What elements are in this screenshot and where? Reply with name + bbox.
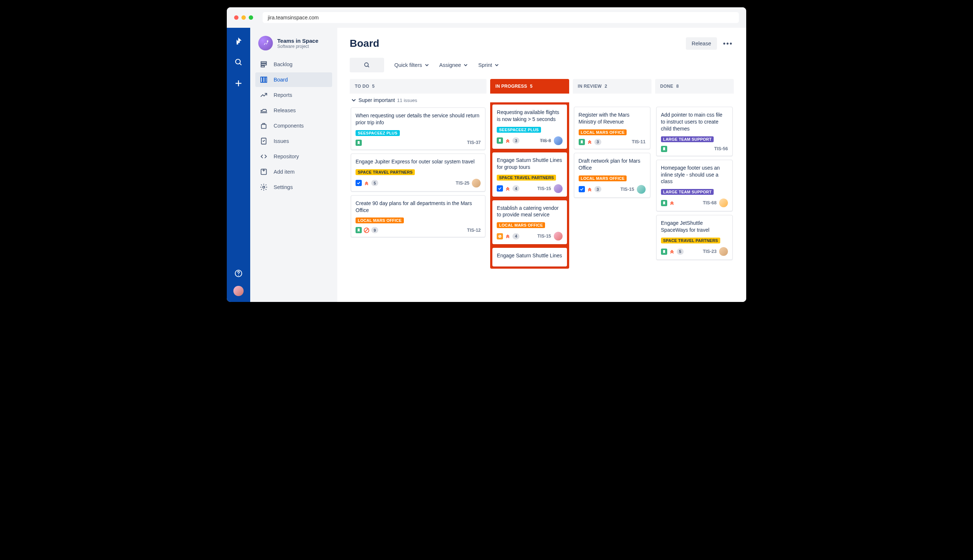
assignee-avatar: [554, 136, 563, 145]
epic-label: SPACE TRAVEL PARTNERS: [497, 175, 556, 180]
assignee-avatar: [472, 179, 481, 188]
issue-key: TIS-15: [537, 186, 551, 191]
card-title: Engage JetShuttle SpaceWays for travel: [661, 220, 728, 233]
assignee-dropdown[interactable]: Assignee: [439, 62, 468, 68]
url-bar[interactable]: jira.teamsinspace.com: [262, 12, 739, 23]
window-minimize-icon[interactable]: [241, 15, 246, 20]
task-type-icon: [578, 186, 585, 192]
svg-rect-10: [261, 77, 262, 83]
issue-key: TIS-68: [703, 200, 717, 205]
window-close-icon[interactable]: [234, 15, 239, 20]
global-nav-rail: [227, 28, 250, 302]
sidebar-item-issues[interactable]: Issues: [255, 134, 332, 148]
chevron-down-icon: [351, 98, 356, 103]
task-type-icon: [497, 185, 503, 192]
story-points: 5: [677, 248, 684, 255]
issue-card[interactable]: Draft network plan for Mars OfficeLOCAL …: [574, 153, 650, 198]
sidebar-item-repository[interactable]: Repository: [255, 149, 332, 164]
page-title: Board: [350, 38, 380, 49]
assignee-avatar: [554, 232, 563, 240]
swimlane-toggle[interactable]: Super important 11 issues: [350, 93, 486, 105]
sidebar-item-releases[interactable]: Releases: [255, 103, 332, 118]
story-type-icon: [661, 146, 667, 152]
story-points: 3: [512, 137, 520, 144]
card-title: Register with the Mars Ministry of Reven…: [578, 112, 645, 125]
sidebar-label: Releases: [274, 107, 296, 113]
svg-rect-11: [263, 77, 265, 83]
sprint-dropdown[interactable]: Sprint: [478, 62, 499, 68]
column-header-todo: TO DO5: [350, 79, 486, 93]
sidebar-item-add[interactable]: Add item: [255, 165, 332, 179]
svg-point-6: [267, 40, 268, 42]
card-title: Create 90 day plans for all departments …: [356, 200, 481, 214]
issue-key: TIS-23: [703, 249, 717, 254]
issue-card[interactable]: Add pointer to main css file to instruct…: [656, 107, 733, 156]
assignee-avatar: [719, 198, 728, 207]
epic-label: SEESPACEEZ PLUS: [356, 130, 400, 136]
story-type-icon: [578, 139, 585, 145]
svg-point-22: [365, 63, 368, 67]
chevron-down-icon: [495, 63, 499, 67]
main-content: Board Release ••• Quick filters Assignee: [337, 28, 746, 302]
project-name: Teams in Space: [277, 38, 318, 44]
issue-card[interactable]: Engage Jupiter Express for outer solar s…: [351, 153, 485, 192]
issue-card[interactable]: Engage Saturn Shuttle Lines for group to…: [492, 152, 567, 197]
issue-card[interactable]: When requesting user details the service…: [351, 107, 485, 150]
quick-filters-dropdown[interactable]: Quick filters: [395, 62, 429, 68]
search-input[interactable]: [350, 58, 384, 72]
issue-card[interactable]: Engage Saturn Shuttle Lines: [492, 248, 567, 267]
jira-logo-icon[interactable]: [231, 33, 246, 48]
create-icon[interactable]: [231, 76, 246, 91]
priority-highest-icon: [505, 138, 511, 144]
column-header-inprogress: IN PROGRESS5: [490, 79, 569, 93]
story-points: 4: [512, 185, 520, 192]
priority-highest-icon: [669, 248, 675, 254]
epic-label: SEESPACEEZ PLUS: [497, 127, 541, 133]
priority-highest-icon: [669, 200, 675, 206]
story-points: 5: [371, 180, 378, 186]
epic-label: LARGE TEAM SUPPORT: [661, 189, 714, 195]
svg-line-1: [239, 63, 241, 65]
issue-key: TIS-56: [714, 146, 728, 151]
svg-rect-9: [261, 66, 264, 67]
story-points: 9: [371, 227, 378, 233]
sidebar-label: Settings: [274, 184, 293, 190]
sidebar-item-backlog[interactable]: Backlog: [255, 57, 332, 72]
sidebar-item-board[interactable]: Board: [255, 72, 332, 87]
epic-label: LARGE TEAM SUPPORT: [661, 136, 714, 142]
issue-card[interactable]: Create 90 day plans for all departments …: [351, 195, 485, 238]
epic-label: SPACE TRAVEL PARTNERS: [356, 169, 415, 175]
sidebar-item-reports[interactable]: Reports: [255, 88, 332, 102]
sub-type-icon: [497, 233, 503, 240]
sidebar-item-components[interactable]: Components: [255, 118, 332, 133]
card-title: Add pointer to main css file to instruct…: [661, 112, 728, 132]
search-icon[interactable]: [231, 55, 246, 70]
release-button[interactable]: Release: [686, 37, 717, 50]
issue-key: TIS-37: [467, 140, 481, 145]
issue-card[interactable]: Register with the Mars Ministry of Reven…: [574, 107, 650, 149]
issue-card[interactable]: Engage JetShuttle SpaceWays for travelSP…: [656, 215, 733, 260]
issue-key: TIS-25: [456, 180, 470, 186]
issue-card[interactable]: Requesting available flights is now taki…: [492, 105, 567, 149]
priority-highest-icon: [587, 139, 593, 145]
more-actions-icon[interactable]: •••: [722, 38, 734, 49]
issue-card[interactable]: Homepage footer uses an inline style - s…: [656, 160, 733, 212]
filter-label: Quick filters: [395, 62, 422, 68]
epic-label: LOCAL MARS OFFICE: [497, 222, 545, 228]
sidebar-item-settings[interactable]: Settings: [255, 180, 332, 195]
issue-card[interactable]: Establish a catering vendor to provide m…: [492, 200, 567, 245]
help-icon[interactable]: [231, 266, 246, 281]
priority-highest-icon: [587, 187, 593, 192]
window-maximize-icon[interactable]: [249, 15, 253, 20]
filter-label: Sprint: [478, 62, 492, 68]
priority-highest-icon: [505, 233, 511, 239]
sidebar-label: Add item: [274, 169, 294, 175]
svg-rect-8: [261, 63, 267, 65]
filter-label: Assignee: [439, 62, 461, 68]
profile-avatar[interactable]: [233, 286, 244, 296]
card-title: Requesting available flights is now taki…: [497, 109, 562, 123]
sidebar-label: Issues: [274, 138, 289, 144]
svg-line-23: [368, 66, 369, 67]
story-type-icon: [356, 227, 362, 233]
sidebar-label: Repository: [274, 153, 299, 159]
